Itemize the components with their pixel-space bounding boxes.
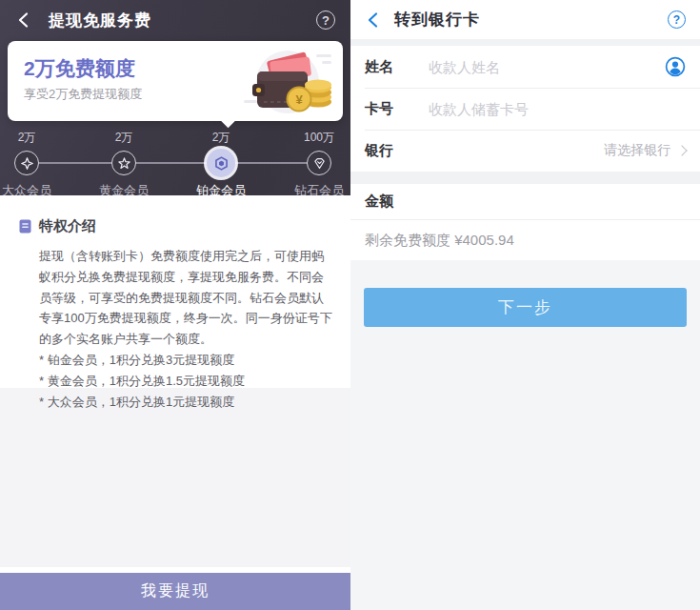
name-label: 姓名 (365, 58, 429, 76)
progress-track (27, 162, 319, 164)
remaining-quota-text: 剩余免费额度 ¥4005.94 (365, 232, 514, 250)
milestone-amount: 2万 (84, 129, 164, 146)
section-gap (350, 172, 700, 184)
milestone-circle (14, 151, 39, 175)
document-icon (19, 219, 31, 234)
chevron-right-icon (676, 145, 687, 155)
privileges-header: 特权介绍 (19, 217, 333, 235)
name-input[interactable] (429, 59, 665, 75)
star-icon (118, 157, 130, 170)
milestone-amount: 2万 (181, 129, 261, 146)
free-quota-card: 2万免费额度 享受2万免费提现额度 (8, 41, 343, 121)
privileges-body: 提现（含转账到卡）免费额度使用完之后，可使用蚂蚁积分兑换免费提现额度，享提现免服… (39, 246, 335, 350)
milestone-diamond-member: 100万 钻石会员 (279, 129, 359, 199)
card-number-row: 卡号 (350, 88, 700, 130)
card-pointer-notch (221, 113, 236, 129)
privileges-section: 特权介绍 提现（含转账到卡）免费额度使用完之后，可使用蚂蚁积分兑换免费提现额度，… (0, 195, 350, 388)
milestone-circle (307, 151, 331, 175)
payee-form: 姓名 卡号 银行 请选择银行 (350, 46, 700, 172)
page-title: 提现免服务费 (49, 10, 151, 31)
name-row: 姓名 (350, 46, 700, 88)
wallet-coins-illustration: ¥ (236, 47, 335, 119)
dark-hero-section: 提现免服务费 ? 2万免费额度 享受2万免费提现额度 (0, 0, 350, 195)
remaining-quota-row[interactable]: 剩余免费额度 ¥4005.94 (350, 220, 700, 260)
milestone-amount: 2万 (0, 129, 67, 146)
left-navbar: 提现免服务费 ? (0, 0, 350, 40)
transfer-to-bank-card-screen: 转到银行卡 ? 姓名 卡号 银行 请选择银行 金额 (350, 0, 700, 610)
privileges-note: * 大众会员，1积分兑换1元提现额度 (39, 392, 335, 413)
sparkle-icon (21, 157, 33, 170)
section-gap (350, 39, 700, 46)
privileges-note: * 黄金会员，1积分兑换1.5元提现额度 (39, 371, 335, 392)
bank-select-row[interactable]: 银行 请选择银行 (350, 130, 700, 172)
contact-picker-icon[interactable] (665, 56, 686, 77)
withdraw-button[interactable]: 我要提现 (0, 573, 350, 610)
back-icon[interactable] (365, 11, 382, 29)
membership-progress: 2万 大众会员 2万 黄金会员 (0, 129, 350, 199)
milestone-circle (111, 151, 136, 175)
bank-label: 银行 (365, 142, 429, 160)
privileges-title: 特权介绍 (39, 217, 96, 235)
dual-screenshot: 提现免服务费 ? 2万免费额度 享受2万免费提现额度 (0, 0, 700, 610)
card-number-input[interactable] (429, 101, 686, 117)
card-number-label: 卡号 (365, 100, 429, 118)
quota-title: 2万免费额度 (24, 55, 135, 82)
amount-section-row: 金额 (350, 184, 700, 220)
help-icon[interactable]: ? (668, 10, 686, 29)
page-title: 转到银行卡 (394, 9, 480, 30)
hexagon-icon (214, 156, 229, 171)
right-navbar: 转到银行卡 ? (350, 0, 700, 39)
svg-text:¥: ¥ (295, 92, 303, 107)
withdrawal-fee-free-screen: 提现免服务费 ? 2万免费额度 享受2万免费提现额度 (0, 0, 350, 610)
milestone-platinum-member-active: 2万 铂金会员 (181, 129, 261, 199)
empty-gray-area (0, 388, 350, 567)
milestone-mass-member: 2万 大众会员 (0, 129, 67, 199)
next-step-button[interactable]: 下一步 (364, 288, 687, 327)
milestone-circle (207, 149, 235, 177)
quota-subtitle: 享受2万免费提现额度 (24, 86, 142, 103)
back-icon[interactable] (15, 11, 32, 29)
help-icon[interactable]: ? (316, 10, 335, 30)
amount-label: 金额 (365, 193, 429, 211)
milestone-gold-member: 2万 黄金会员 (84, 129, 164, 199)
privileges-note: * 铂金会员，1积分兑换3元提现额度 (39, 350, 335, 371)
gem-icon (313, 157, 326, 170)
bank-select-value: 请选择银行 (604, 142, 670, 159)
milestone-amount: 100万 (279, 129, 359, 146)
